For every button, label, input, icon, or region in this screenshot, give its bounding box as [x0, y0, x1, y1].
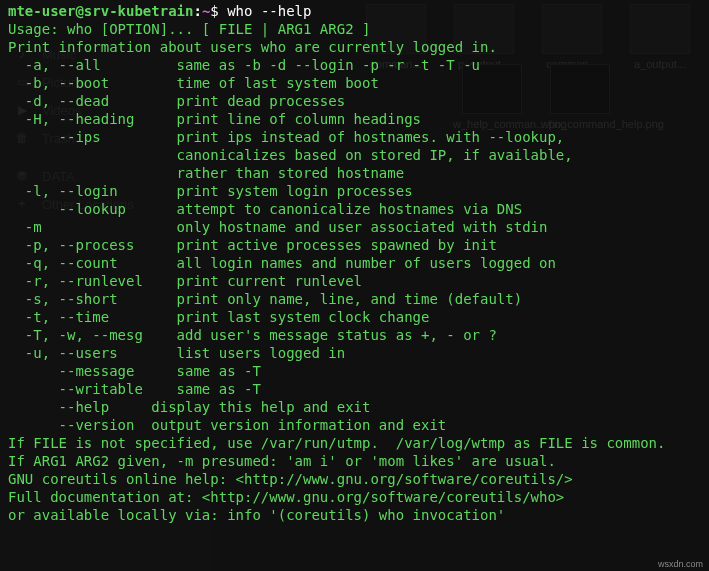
output-line: -d, --dead print dead processes [8, 92, 701, 110]
output-line: GNU coreutils online help: <http://www.g… [8, 470, 701, 488]
output-line: -T, -w, --mesg add user's message status… [8, 326, 701, 344]
output-line: --message same as -T [8, 362, 701, 380]
output-line: -t, --time print last system clock chang… [8, 308, 701, 326]
watermark: wsxdn.com [658, 559, 703, 569]
output-line: -H, --heading print line of column headi… [8, 110, 701, 128]
output-line: Full documentation at: <http://www.gnu.o… [8, 488, 701, 506]
output-line: If ARG1 ARG2 given, -m presumed: 'am i' … [8, 452, 701, 470]
prompt-line: mte-user@srv-kubetrain:~$ who --help [8, 2, 701, 20]
output-line: -a, --all same as -b -d --login -p -r -t… [8, 56, 701, 74]
command-text: who --help [227, 3, 311, 19]
output-line: --lookup attempt to canonicalize hostnam… [8, 200, 701, 218]
prompt-dollar: $ [210, 3, 218, 19]
output-line: or available locally via: info '(coreuti… [8, 506, 701, 524]
output-line: -l, --login print system login processes [8, 182, 701, 200]
output-line: -p, --process print active processes spa… [8, 236, 701, 254]
output-line: --version output version information and… [8, 416, 701, 434]
output-line: --help display this help and exit [8, 398, 701, 416]
output-line: Usage: who [OPTION]... [ FILE | ARG1 ARG… [8, 20, 701, 38]
output-line: -r, --runlevel print current runlevel [8, 272, 701, 290]
output-line: rather than stored hostname [8, 164, 701, 182]
prompt-colon: : [193, 3, 201, 19]
output-line: --ips print ips instead of hostnames. wi… [8, 128, 701, 146]
output-line: -s, --short print only name, line, and t… [8, 290, 701, 308]
output-line: -u, --users list users logged in [8, 344, 701, 362]
output-line: If FILE is not specified, use /var/run/u… [8, 434, 701, 452]
output-line: -q, --count all login names and number o… [8, 254, 701, 272]
output-line: canonicalizes based on stored IP, if ava… [8, 146, 701, 164]
output-line: -m only hostname and user associated wit… [8, 218, 701, 236]
prompt-user-host: mte-user@srv-kubetrain [8, 3, 193, 19]
output-line: --writable same as -T [8, 380, 701, 398]
output-line: Print information about users who are cu… [8, 38, 701, 56]
terminal-window[interactable]: mte-user@srv-kubetrain:~$ who --help Usa… [0, 0, 709, 571]
command-text [219, 3, 227, 19]
output-line: -b, --boot time of last system boot [8, 74, 701, 92]
